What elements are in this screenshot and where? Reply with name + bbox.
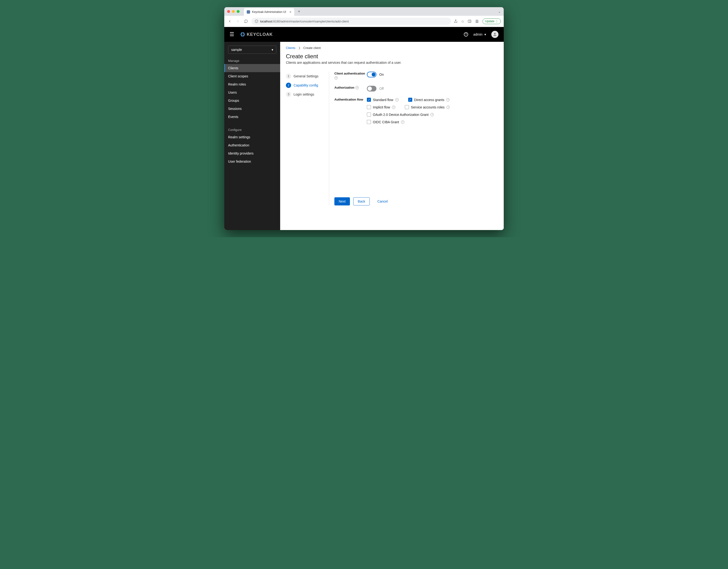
step-label: Capability config (294, 83, 318, 87)
browser-tab[interactable]: Keycloak Administration UI × (244, 8, 294, 16)
help-icon[interactable]: ? (446, 98, 450, 102)
checkbox-icon (367, 113, 371, 117)
svg-point-6 (476, 20, 478, 21)
logo[interactable]: KEYCLOAK (240, 32, 273, 37)
sidebar: sample ▾ Manage ClientsClient scopesReal… (224, 42, 280, 230)
tabbar-dropdown-icon[interactable]: ⌄ (498, 10, 501, 13)
checkbox-label: OIDC CIBA Grant (373, 120, 399, 124)
sidebar-item-realm-roles[interactable]: Realm roles (224, 80, 280, 88)
app-root: ☰ KEYCLOAK ? admin ▾ sample ▾ (224, 27, 504, 230)
next-button[interactable]: Next (334, 197, 350, 205)
help-icon[interactable]: ? (334, 76, 338, 80)
sidebar-item-clients[interactable]: Clients (224, 64, 280, 72)
help-icon[interactable]: ? (392, 106, 395, 109)
breadcrumb: Clients ❯ Create client (286, 46, 498, 50)
wizard-footer: Next Back Cancel (334, 190, 498, 205)
close-window-icon[interactable] (227, 10, 230, 13)
avatar[interactable] (491, 31, 498, 38)
checkbox-icon: ✓ (367, 98, 371, 102)
step-label: Login settings (294, 92, 314, 96)
client-auth-label: Client authentication (334, 72, 365, 75)
sidebar-item-groups[interactable]: Groups (224, 97, 280, 105)
browser-update-button[interactable]: Update ⋮ (482, 18, 501, 24)
app-body: sample ▾ Manage ClientsClient scopesReal… (224, 42, 504, 230)
breadcrumb-current: Create client (303, 46, 321, 50)
sidebar-item-sessions[interactable]: Sessions (224, 105, 280, 113)
field-client-authentication: Client authentication ? On (334, 72, 498, 80)
hamburger-icon[interactable]: ☰ (230, 31, 234, 38)
breadcrumb-root[interactable]: Clients (286, 46, 295, 50)
step-number-icon: 2 (286, 83, 291, 88)
sidebar-item-realm-settings[interactable]: Realm settings (224, 133, 280, 141)
client-auth-state: On (379, 73, 384, 76)
sidebar-item-user-federation[interactable]: User federation (224, 157, 280, 166)
field-authorization: Authorization ? Off (334, 86, 498, 91)
page-title: Create client (286, 53, 498, 60)
realm-selector[interactable]: sample ▾ (228, 46, 276, 54)
auth-flow-label: Authentication flow (334, 98, 363, 101)
user-name: admin (473, 32, 482, 36)
svg-point-9 (494, 33, 496, 34)
wizard: 1General Settings2Capability config3Logi… (286, 72, 498, 205)
wizard-step-2[interactable]: 2Capability config (286, 81, 327, 90)
cancel-button[interactable]: Cancel (373, 197, 392, 205)
sidebar-item-identity-providers[interactable]: Identity providers (224, 149, 280, 157)
user-menu[interactable]: admin ▾ (473, 32, 486, 36)
page-description: Clients are applications and services th… (286, 61, 498, 64)
field-authentication-flow: Authentication flow ✓Standard flow ?✓Dir… (334, 98, 498, 124)
update-label: Update (485, 20, 494, 23)
wizard-step-1[interactable]: 1General Settings (286, 72, 327, 81)
sidebar-item-events[interactable]: Events (224, 113, 280, 121)
client-auth-toggle[interactable] (367, 72, 376, 77)
logo-icon (240, 32, 245, 37)
checkbox-implicit[interactable]: Implicit flow ? (367, 105, 395, 109)
kebab-icon: ⋮ (495, 20, 498, 23)
caret-down-icon: ▾ (272, 48, 273, 52)
maximize-window-icon[interactable] (237, 10, 240, 13)
checkbox-service[interactable]: Service accounts roles ? (405, 105, 450, 109)
panel-icon[interactable] (468, 19, 471, 23)
wizard-step-3[interactable]: 3Login settings (286, 90, 327, 99)
checkbox-standard[interactable]: ✓Standard flow ? (367, 98, 399, 102)
tab-title: Keycloak Administration UI (252, 10, 286, 14)
checkbox-label: Service accounts roles (411, 105, 444, 109)
share-icon[interactable] (454, 19, 458, 23)
authorization-toggle[interactable] (367, 86, 376, 91)
url-path: :8180/admin/master/console/#/sample/clie… (272, 20, 349, 23)
help-icon[interactable]: ? (355, 86, 359, 89)
caret-down-icon: ▾ (484, 32, 486, 36)
help-icon[interactable]: ? (401, 120, 404, 124)
help-icon[interactable]: ? (395, 98, 399, 102)
checkbox-label: OAuth 2.0 Device Authorization Grant (373, 113, 428, 117)
checkbox-device[interactable]: OAuth 2.0 Device Authorization Grant ? (367, 113, 434, 117)
checkbox-ciba[interactable]: OIDC CIBA Grant ? (367, 120, 404, 124)
step-label: General Settings (294, 74, 318, 78)
back-button[interactable]: Back (353, 197, 370, 205)
step-number-icon: 3 (286, 92, 291, 97)
help-icon[interactable]: ? (446, 106, 450, 109)
minimize-window-icon[interactable] (232, 10, 235, 13)
close-tab-icon[interactable]: × (289, 10, 291, 14)
sidebar-item-client-scopes[interactable]: Client scopes (224, 72, 280, 80)
step-number-icon: 1 (286, 74, 291, 79)
sidebar-item-users[interactable]: Users (224, 88, 280, 97)
realm-name: sample (231, 48, 242, 52)
browser-window: Keycloak Administration UI × + ⌄ localho… (224, 7, 504, 230)
help-icon[interactable]: ? (430, 113, 434, 116)
window-controls (227, 10, 240, 13)
profile-icon[interactable] (475, 19, 479, 23)
address-bar[interactable]: localhost:8180/admin/master/console/#/sa… (252, 18, 451, 25)
forward-icon[interactable] (235, 19, 241, 24)
checkbox-direct[interactable]: ✓Direct access grants ? (408, 98, 450, 102)
authorization-label: Authorization (334, 86, 354, 89)
url-host: localhost (260, 20, 272, 23)
browser-tabbar: Keycloak Administration UI × + ⌄ (224, 7, 504, 16)
wizard-form: Client authentication ? On Authorization (329, 72, 498, 205)
help-icon[interactable]: ? (464, 32, 468, 37)
sidebar-item-authentication[interactable]: Authentication (224, 141, 280, 149)
new-tab-button[interactable]: + (296, 9, 302, 14)
bookmark-icon[interactable]: ☆ (461, 19, 464, 24)
back-icon[interactable] (227, 19, 232, 24)
app-header: ☰ KEYCLOAK ? admin ▾ (224, 27, 504, 42)
reload-icon[interactable] (243, 19, 249, 24)
